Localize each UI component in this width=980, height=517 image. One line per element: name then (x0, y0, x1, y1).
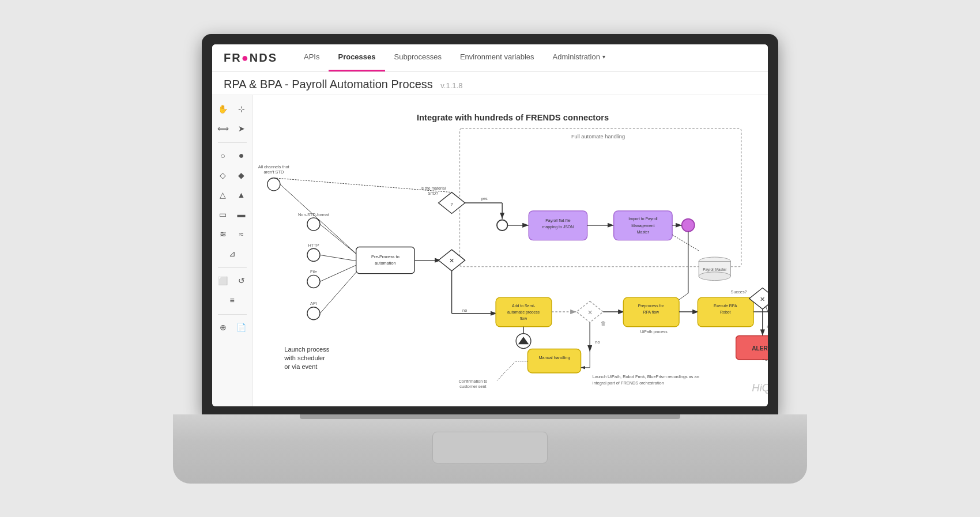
svg-text:no: no (767, 323, 768, 329)
svg-text:Import to Payroll: Import to Payroll (628, 217, 658, 221)
svg-text:File: File (310, 269, 317, 274)
tool-row-2: ⟺ ➤ (215, 120, 250, 137)
left-toolbar: ✋ ⊹ ⟺ ➤ ○ ● ◇ (212, 95, 252, 406)
svg-line-108 (497, 361, 515, 380)
main-content: ✋ ⊹ ⟺ ➤ ○ ● ◇ (212, 95, 768, 406)
svg-text:API: API (310, 301, 317, 306)
svg-text:Execute RPA: Execute RPA (714, 303, 737, 307)
diamond-outline-tool[interactable]: ◇ (215, 167, 231, 183)
align-tool[interactable]: ≡ (224, 292, 240, 308)
tool-row-9: ⬜ ↺ (215, 273, 250, 289)
svg-text:Confirmation to: Confirmation to (459, 378, 488, 383)
svg-text:aren't STD: aren't STD (263, 169, 284, 175)
page-version: v.1.1.8 (440, 81, 462, 90)
svg-text:or via event: or via event (284, 363, 317, 369)
select-tool[interactable]: ⊹ (233, 101, 250, 117)
toolbar-separator-1 (218, 142, 247, 143)
page-title: RPA & BPA - Payroll Automation Process v… (224, 78, 756, 91)
laptop-screen: FR●NDS APIs Processes Subprocesses (212, 44, 768, 406)
svg-text:Management: Management (631, 223, 654, 228)
circle-filled-tool[interactable]: ● (233, 148, 250, 164)
nav-apis[interactable]: APIs (295, 44, 329, 71)
svg-text:HiQ: HiQ (752, 382, 768, 394)
laptop-wrapper: FR●NDS APIs Processes Subprocesses (173, 34, 807, 484)
svg-text:STD?: STD? (428, 191, 439, 195)
svg-text:Integrate with hundreds of FRE: Integrate with hundreds of FRENDS connec… (417, 113, 609, 122)
svg-text:✕: ✕ (760, 295, 765, 302)
svg-text:no: no (462, 307, 467, 312)
page-tool[interactable]: ⬜ (215, 273, 231, 289)
page-title-bar: RPA & BPA - Payroll Automation Process v… (212, 72, 768, 95)
triangle-filled-tool[interactable]: ▲ (233, 187, 250, 203)
nav-subprocesses[interactable]: Subprocesses (385, 44, 451, 71)
svg-text:Payroll Master: Payroll Master (703, 267, 727, 272)
nav-env-variables[interactable]: Environment variables (451, 44, 544, 71)
app-container: FR●NDS APIs Processes Subprocesses (212, 44, 768, 406)
svg-point-33 (497, 220, 507, 230)
svg-text:All channels that: All channels that (258, 164, 289, 169)
svg-line-16 (320, 255, 359, 261)
svg-text:integral part of FRENDS orches: integral part of FRENDS orchestration (593, 380, 664, 386)
svg-line-43 (672, 235, 699, 251)
svg-text:automation: automation (375, 260, 395, 265)
logo-e: ● (242, 51, 250, 64)
tool-row-3: ○ ● (215, 148, 250, 164)
svg-text:Add to Semi-: Add to Semi- (512, 303, 535, 307)
tool-row-1: ✋ ⊹ (215, 101, 250, 117)
svg-text:Manual handling: Manual handling (538, 355, 570, 360)
nav-administration[interactable]: Administration (544, 44, 615, 71)
svg-line-14 (280, 184, 359, 255)
svg-text:Pre-Process to: Pre-Process to (371, 254, 399, 259)
svg-text:Preprocess for: Preprocess for (638, 303, 665, 308)
nav-items: APIs Processes Subprocesses Environment … (295, 44, 615, 71)
svg-text:Payroll flat-file: Payroll flat-file (545, 218, 571, 223)
svg-text:HTTP: HTTP (308, 242, 319, 247)
svg-text:✕: ✕ (449, 257, 454, 264)
laptop-trackpad (432, 432, 548, 463)
wave-tool-2[interactable]: ≈ (233, 226, 250, 242)
toolbar-separator-3 (218, 314, 247, 315)
diamond-filled-tool[interactable]: ◆ (233, 167, 250, 183)
svg-marker-61 (518, 337, 529, 344)
doc-tool[interactable]: 📄 (233, 319, 250, 335)
tool-row-8: ⊿ (224, 246, 240, 262)
svg-text:Full automate handling: Full automate handling (571, 133, 625, 139)
svg-text:✕: ✕ (587, 308, 593, 315)
cylinder-tool[interactable]: ⊕ (215, 319, 231, 335)
svg-text:mapping to JSON: mapping to JSON (542, 225, 574, 229)
svg-line-29 (274, 178, 452, 192)
svg-text:Master: Master (637, 229, 650, 233)
hand-tool[interactable]: ✋ (215, 101, 231, 117)
move-tool[interactable]: ⟺ (215, 120, 231, 137)
svg-text:customer sent: customer sent (459, 383, 486, 388)
tool-row-10: ≡ (224, 292, 240, 308)
top-nav: FR●NDS APIs Processes Subprocesses (212, 44, 768, 72)
logo: FR●NDS (224, 51, 277, 65)
svg-point-11 (307, 275, 320, 288)
svg-text:RPA flow: RPA flow (643, 310, 659, 314)
arrow-tool[interactable]: ➤ (233, 120, 250, 137)
svg-text:no: no (595, 339, 600, 345)
rect-filled-tool[interactable]: ▬ (233, 206, 250, 222)
triangle-circle-tool[interactable]: ⊿ (224, 246, 240, 262)
wave-tool-1[interactable]: ≋ (215, 226, 231, 242)
rect-outline-tool[interactable]: ▭ (215, 206, 231, 222)
nav-processes[interactable]: Processes (329, 44, 385, 71)
bpmn-diagram: Integrate with hundreds of FRENDS connec… (252, 95, 768, 406)
diagram-canvas[interactable]: Integrate with hundreds of FRENDS connec… (252, 95, 768, 406)
tool-row-4: ◇ ◆ (215, 167, 250, 183)
toolbar-separator-2 (218, 267, 247, 268)
undo-tool[interactable]: ↺ (233, 273, 250, 289)
svg-text:flow: flow (520, 316, 527, 320)
svg-rect-1 (459, 129, 741, 267)
circle-outline-tool[interactable]: ○ (215, 148, 231, 164)
svg-text:Is the material: Is the material (421, 186, 446, 190)
svg-text:?: ? (451, 201, 453, 206)
svg-text:Launch UiPath, Robot Frmk, Blu: Launch UiPath, Robot Frmk, BluePrism rec… (593, 374, 699, 379)
svg-point-7 (307, 217, 320, 230)
laptop-screen-bezel: FR●NDS APIs Processes Subprocesses (202, 34, 778, 414)
tool-row-5: △ ▲ (215, 187, 250, 203)
svg-text:🗑: 🗑 (601, 320, 606, 326)
svg-line-18 (320, 269, 359, 313)
triangle-outline-tool[interactable]: △ (215, 187, 231, 203)
